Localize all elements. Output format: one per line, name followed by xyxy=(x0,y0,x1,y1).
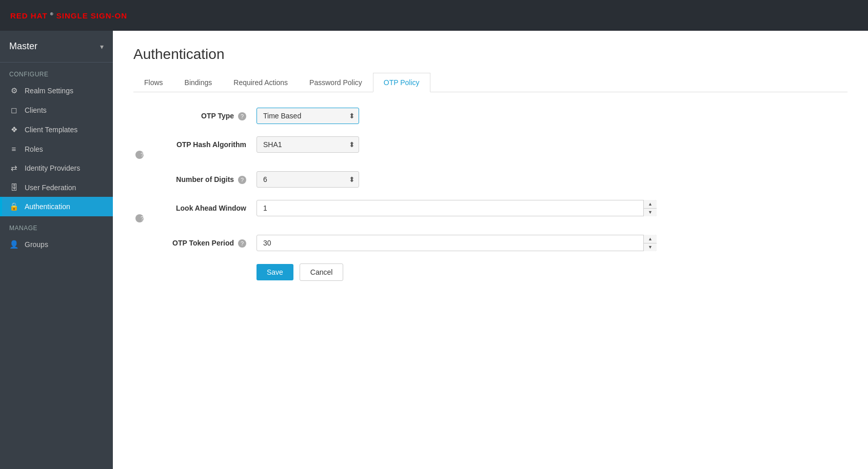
otp-hash-algorithm-group: OTP Hash Algorithm ? SHA1 SHA256 SHA512 … xyxy=(133,136,847,159)
identity-providers-icon: ⇄ xyxy=(9,164,18,173)
clients-icon: ◻ xyxy=(9,106,18,115)
otp-type-label: OTP Type xyxy=(201,112,234,120)
save-button[interactable]: Save xyxy=(257,264,293,280)
otp-hash-algorithm-label: OTP Hash Algorithm xyxy=(176,140,246,149)
otp-token-period-input[interactable] xyxy=(257,235,657,251)
tab-required-actions[interactable]: Required Actions xyxy=(223,73,299,92)
page-title: Authentication xyxy=(133,46,847,63)
groups-icon: 👤 xyxy=(9,240,18,249)
topbar-subtitle: SINGLE SIGN-ON xyxy=(56,11,127,20)
authentication-icon: 🔒 xyxy=(9,202,18,211)
sidebar-item-identity-providers[interactable]: ⇄ Identity Providers xyxy=(0,158,113,178)
configure-section-label: Configure xyxy=(0,63,113,81)
sidebar-item-clients[interactable]: ◻ Clients xyxy=(0,100,113,120)
otp-policy-form: OTP Type ? Time Based Counter Based ⬍ xyxy=(133,108,847,281)
tab-otp-policy[interactable]: OTP Policy xyxy=(373,73,430,92)
sidebar-item-label: Authentication xyxy=(25,202,70,211)
number-of-digits-select[interactable]: 6 8 xyxy=(257,171,359,188)
look-ahead-window-group: Look Ahead Window ? ▲ ▼ xyxy=(133,200,847,222)
number-of-digits-select-wrapper: 6 8 ⬍ xyxy=(257,171,359,188)
user-federation-icon: 🗄 xyxy=(9,183,18,192)
otp-hash-algorithm-help-icon[interactable]: ? xyxy=(135,151,144,159)
otp-type-help-icon[interactable]: ? xyxy=(238,112,246,120)
client-templates-icon: ❖ xyxy=(9,125,18,134)
otp-token-period-group: OTP Token Period ? ▲ ▼ xyxy=(133,235,847,251)
realm-selector[interactable]: Master ▾ xyxy=(0,31,113,63)
otp-token-period-label: OTP Token Period xyxy=(172,239,234,247)
number-of-digits-group: Number of Digits ? 6 8 ⬍ xyxy=(133,171,847,188)
tab-password-policy[interactable]: Password Policy xyxy=(299,73,373,92)
look-ahead-window-spin-up[interactable]: ▲ xyxy=(644,200,657,209)
app-layout: Master ▾ Configure ⚙ Realm Settings ◻ Cl… xyxy=(0,31,868,469)
cancel-button[interactable]: Cancel xyxy=(300,263,344,281)
number-of-digits-label: Number of Digits xyxy=(176,175,234,183)
sidebar-item-client-templates[interactable]: ❖ Client Templates xyxy=(0,120,113,139)
sidebar-item-roles[interactable]: ≡ Roles xyxy=(0,139,113,158)
sidebar-item-label: User Federation xyxy=(25,183,76,192)
sidebar: Master ▾ Configure ⚙ Realm Settings ◻ Cl… xyxy=(0,31,113,469)
otp-token-period-spinner: ▲ ▼ xyxy=(643,235,657,251)
sidebar-item-user-federation[interactable]: 🗄 User Federation xyxy=(0,178,113,197)
sidebar-item-authentication[interactable]: 🔒 Authentication xyxy=(0,197,113,216)
sidebar-item-label: Clients xyxy=(25,106,47,114)
tab-bindings[interactable]: Bindings xyxy=(174,73,223,92)
realm-name: Master xyxy=(9,41,37,52)
look-ahead-window-spinner: ▲ ▼ xyxy=(643,200,657,216)
otp-hash-algorithm-select-wrapper: SHA1 SHA256 SHA512 ⬍ xyxy=(257,136,359,153)
manage-section-label: Manage xyxy=(0,216,113,235)
roles-icon: ≡ xyxy=(9,145,18,153)
topbar: RED HAT ® SINGLE SIGN-ON xyxy=(0,0,868,31)
sidebar-item-realm-settings[interactable]: ⚙ Realm Settings xyxy=(0,81,113,100)
tab-bar: Flows Bindings Required Actions Password… xyxy=(133,73,847,92)
otp-token-period-spin-down[interactable]: ▼ xyxy=(644,243,657,252)
look-ahead-window-label: Look Ahead Window xyxy=(176,204,246,212)
main-content: Authentication Flows Bindings Required A… xyxy=(113,31,868,469)
look-ahead-window-help-icon[interactable]: ? xyxy=(135,214,144,222)
otp-token-period-help-icon[interactable]: ? xyxy=(238,239,246,248)
tab-flows[interactable]: Flows xyxy=(133,73,174,92)
otp-type-select-wrapper: Time Based Counter Based ⬍ xyxy=(257,108,359,124)
look-ahead-window-input[interactable] xyxy=(257,200,657,216)
look-ahead-window-input-wrapper: ▲ ▼ xyxy=(257,200,657,216)
number-of-digits-help-icon[interactable]: ? xyxy=(238,176,246,184)
look-ahead-window-spin-down[interactable]: ▼ xyxy=(644,209,657,217)
realm-chevron-icon: ▾ xyxy=(100,43,104,51)
otp-token-period-spin-up[interactable]: ▲ xyxy=(644,235,657,243)
realm-settings-icon: ⚙ xyxy=(9,86,18,95)
sidebar-item-label: Client Templates xyxy=(25,126,77,134)
topbar-logo: RED HAT ® SINGLE SIGN-ON xyxy=(10,11,127,20)
otp-type-select[interactable]: Time Based Counter Based xyxy=(257,108,359,124)
sidebar-item-label: Groups xyxy=(25,240,48,249)
otp-token-period-input-wrapper: ▲ ▼ xyxy=(257,235,657,251)
sidebar-item-label: Identity Providers xyxy=(25,164,80,172)
sidebar-item-groups[interactable]: 👤 Groups xyxy=(0,235,113,254)
sidebar-item-label: Roles xyxy=(25,145,43,153)
otp-type-group: OTP Type ? Time Based Counter Based ⬍ xyxy=(133,108,847,124)
otp-hash-algorithm-select[interactable]: SHA1 SHA256 SHA512 xyxy=(257,136,359,153)
topbar-redhat: RED HAT xyxy=(10,11,48,20)
form-buttons: Save Cancel xyxy=(133,263,847,281)
sidebar-item-label: Realm Settings xyxy=(25,87,73,95)
